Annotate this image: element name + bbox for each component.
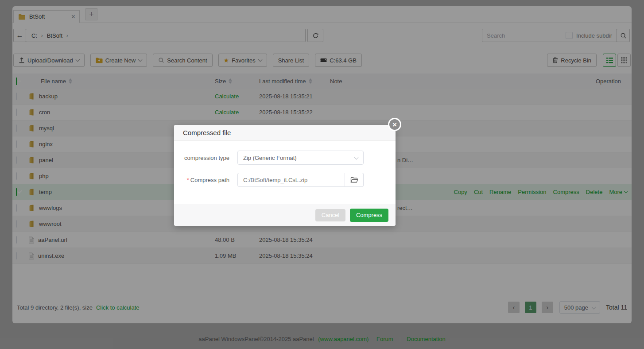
compress-dialog: × Compressed file compression type Zip (… (174, 125, 396, 226)
compress-path-label: *Compress path (183, 177, 229, 183)
cancel-button[interactable]: Cancel (315, 209, 345, 221)
compression-type-select[interactable]: Zip (Generic Format) (237, 151, 364, 165)
required-asterisk: * (187, 177, 189, 183)
compression-type-label: compression type (183, 155, 229, 161)
compress-button[interactable]: Compress (350, 209, 388, 222)
dialog-header: Compressed file (174, 125, 396, 141)
close-icon[interactable]: × (388, 118, 401, 131)
chevron-down-icon (354, 155, 359, 159)
compress-path-input[interactable] (237, 173, 345, 187)
folder-open-icon (350, 177, 358, 183)
browse-folder-button[interactable] (345, 173, 364, 187)
dialog-title: Compressed file (183, 129, 231, 136)
compression-type-value: Zip (Generic Format) (243, 155, 297, 161)
dialog-footer: Cancel Compress (174, 204, 396, 226)
